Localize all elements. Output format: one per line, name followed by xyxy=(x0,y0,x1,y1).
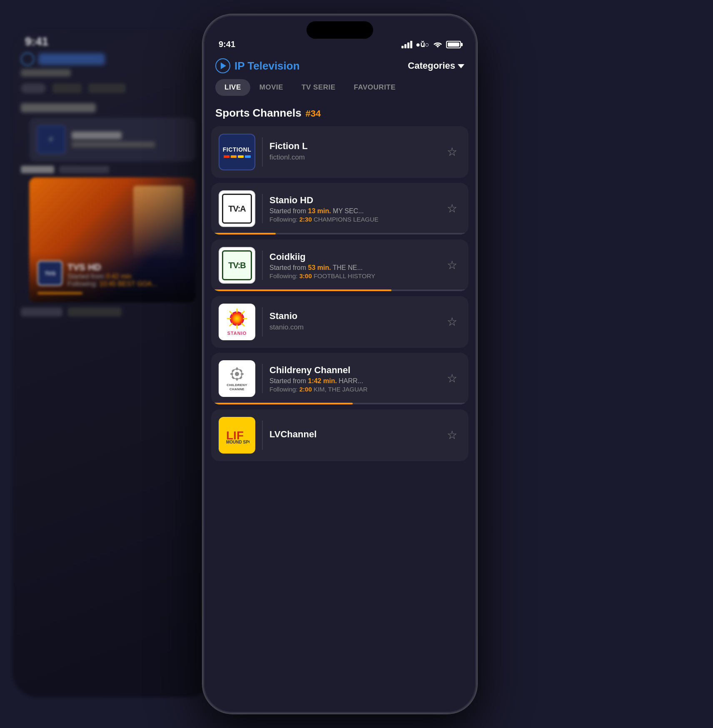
channel-card-coidkiig[interactable]: TV:B Coidkiig Started from 53 min. THE N… xyxy=(211,239,469,291)
childreny-timing: Started from 1:42 min. HARR... xyxy=(269,377,436,385)
categories-label: Categories xyxy=(408,60,455,71)
svg-point-10 xyxy=(235,372,239,376)
svg-rect-13 xyxy=(230,373,233,375)
coidkiig-info: Coidkiig Started from 53 min. THE NE... … xyxy=(269,252,436,279)
svg-rect-16 xyxy=(239,376,243,380)
childreny-favorite-button[interactable]: ☆ xyxy=(443,369,461,388)
fiction-l-logo-text: FICTIONL xyxy=(223,146,252,153)
divider xyxy=(262,307,263,337)
svg-line-8 xyxy=(230,324,232,326)
fiction-l-favorite-button[interactable]: ☆ xyxy=(443,143,461,161)
stanio-hd-progress-fill xyxy=(211,233,276,234)
channel-card-stanio[interactable]: STANIO Stanio stanio.com ☆ xyxy=(211,296,469,348)
fiction-l-subtitle: fictionl.com xyxy=(269,153,436,162)
tab-movie[interactable]: MOVIE xyxy=(250,79,292,96)
fiction-l-info: Fiction L fictionl.com xyxy=(269,141,436,163)
lvchannel-favorite-button[interactable]: ☆ xyxy=(443,426,461,444)
signal-bar-2 xyxy=(404,44,406,48)
coidkiig-timing: Started from 53 min. THE NE... xyxy=(269,264,436,272)
background-phone: 9:41 F xyxy=(12,31,212,697)
lvchannel-logo: LIF MOUND SPORT xyxy=(219,417,255,454)
channel-card-lvchannel[interactable]: LIF MOUND SPORT LVChannel ☆ xyxy=(211,409,469,461)
coidkiig-progress-bar xyxy=(211,289,469,291)
childreny-info: Childreny Channel Started from 1:42 min.… xyxy=(269,365,436,393)
star-icon: ☆ xyxy=(447,203,457,214)
childreny-logo: CHILDRENYCHANNE xyxy=(219,360,255,397)
fiction-l-logo: FICTIONL xyxy=(219,134,255,170)
star-icon: ☆ xyxy=(447,316,457,328)
stanio-hd-info: Stanio HD Started from 13 min. MY SEC...… xyxy=(269,195,436,223)
lvchannel-name: LVChannel xyxy=(269,429,436,440)
svg-rect-14 xyxy=(241,373,244,375)
stanio-hd-timing: Started from 13 min. MY SEC... xyxy=(269,207,436,215)
svg-line-6 xyxy=(242,324,244,326)
fiction-l-name: Fiction L xyxy=(269,141,436,152)
coidkiig-following: Following: 3:00 FOOTBALL HISTORY xyxy=(269,272,436,279)
lvchannel-info: LVChannel xyxy=(269,429,436,441)
signal-bar-3 xyxy=(407,42,409,48)
stanio-name: Stanio xyxy=(269,311,436,322)
tabs-row: LIVE MOVIE TV SERIE FAVOURITE xyxy=(204,79,476,102)
star-icon: ☆ xyxy=(447,373,457,384)
childreny-name: Childreny Channel xyxy=(269,365,436,376)
signal-bar-1 xyxy=(401,46,404,48)
bg-time: 9:41 xyxy=(25,35,48,48)
bg-hero: TV:S TVS HD Started from 0:42 min Follow… xyxy=(29,177,196,302)
svg-line-7 xyxy=(242,312,244,314)
coidkiig-logo: TV:B xyxy=(219,247,255,284)
divider xyxy=(262,137,263,167)
divider xyxy=(262,194,263,223)
wifi-icon xyxy=(433,41,443,48)
channel-card-fiction-l[interactable]: FICTIONL Fiction L fictionl.com ☆ xyxy=(211,126,469,178)
coidkiig-favorite-button[interactable]: ☆ xyxy=(443,256,461,274)
channel-card-stanio-hd[interactable]: TV:A Stanio HD Started from 13 min. MY S… xyxy=(211,183,469,234)
stanio-logo: STANIO xyxy=(219,304,255,340)
svg-rect-12 xyxy=(236,378,238,381)
section-title: Sports Channels xyxy=(215,107,302,120)
categories-button[interactable]: Categories xyxy=(408,60,464,71)
lvchannel-logo-graphic: LIF MOUND SPORT xyxy=(224,427,249,444)
star-icon: ☆ xyxy=(447,259,457,271)
stanio-sun xyxy=(227,308,247,329)
stanio-favorite-button[interactable]: ☆ xyxy=(443,313,461,331)
fiction-l-color-dots xyxy=(224,155,251,158)
divider xyxy=(262,364,263,393)
svg-rect-11 xyxy=(236,367,238,370)
divider xyxy=(262,421,263,450)
app-title-group: IP Television xyxy=(215,58,300,73)
channel-list: FICTIONL Fiction L fictionl.com ☆ xyxy=(204,126,476,713)
wifi-icon: ●ǔ○ xyxy=(416,40,429,49)
tvb-text: TV:B xyxy=(228,261,246,270)
tva-inner: TV:A xyxy=(222,194,252,224)
tab-tv-serie[interactable]: TV SERIE xyxy=(292,79,344,96)
battery-icon xyxy=(446,41,461,48)
stanio-label-text: STANIO xyxy=(227,331,247,336)
section-header: Sports Channels #34 xyxy=(204,102,476,126)
svg-text:MOUND SPORT: MOUND SPORT xyxy=(226,440,249,444)
status-time: 9:41 xyxy=(219,40,235,49)
svg-line-5 xyxy=(230,312,232,314)
signal-bar-4 xyxy=(410,41,412,48)
tvb-inner: TV:B xyxy=(222,250,252,280)
stanio-hd-name: Stanio HD xyxy=(269,195,436,206)
childreny-progress-bar xyxy=(211,403,469,404)
app-title: IP Television xyxy=(234,60,300,72)
tva-text: TV:A xyxy=(228,204,246,214)
childreny-following: Following: 2:00 KIM, THE JAGUAR xyxy=(269,386,436,393)
childreny-label: CHILDRENYCHANNE xyxy=(227,383,247,391)
app-logo xyxy=(215,58,230,73)
tab-live[interactable]: LIVE xyxy=(215,79,250,96)
svg-rect-17 xyxy=(232,376,235,380)
stanio-info: Stanio stanio.com xyxy=(269,311,436,333)
app-header: IP Television Categories xyxy=(204,53,476,79)
status-icons: ●ǔ○ xyxy=(401,40,461,49)
star-icon: ☆ xyxy=(447,429,457,441)
childreny-gear-icon xyxy=(229,366,245,382)
childreny-progress-fill xyxy=(211,403,353,404)
channel-card-childreny[interactable]: CHILDRENYCHANNE Childreny Channel Starte… xyxy=(211,353,469,404)
play-icon xyxy=(221,62,226,69)
stanio-hd-favorite-button[interactable]: ☆ xyxy=(443,199,461,218)
dynamic-island xyxy=(307,21,373,39)
stanio-hd-logo: TV:A xyxy=(219,190,255,227)
tab-favourite[interactable]: FAVOURITE xyxy=(345,79,405,96)
